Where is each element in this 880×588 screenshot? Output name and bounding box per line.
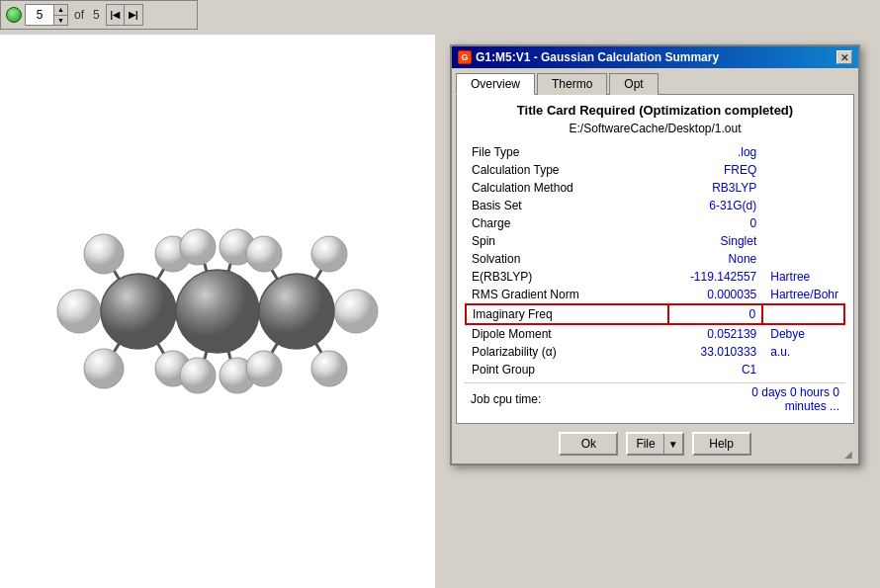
toolbar: 5 ▲ ▼ of 5 |◀ ▶| bbox=[0, 0, 198, 30]
dialog-titlebar: G G1:M5:V1 - Gaussian Calculation Summar… bbox=[452, 46, 858, 68]
table-row: Dipole Moment0.052139Debye bbox=[466, 324, 844, 343]
dialog-title: G1:M5:V1 - Gaussian Calculation Summary bbox=[476, 50, 719, 64]
tab-thermo[interactable]: Thermo bbox=[537, 73, 607, 95]
row-unit bbox=[762, 197, 844, 214]
row-unit: Hartree/Bohr bbox=[762, 286, 844, 304]
row-value: 0 bbox=[668, 214, 762, 232]
spinner-up-button[interactable]: ▲ bbox=[54, 5, 67, 16]
row-label: Polarizability (α) bbox=[466, 343, 668, 361]
row-value: 0.052139 bbox=[668, 324, 762, 343]
svg-point-28 bbox=[246, 351, 282, 386]
table-row: Calculation MethodRB3LYP bbox=[466, 179, 844, 197]
row-value: 0 bbox=[668, 304, 762, 324]
table-row: E(RB3LYP)-119.142557Hartree bbox=[466, 268, 844, 286]
row-value: RB3LYP bbox=[668, 179, 762, 197]
resize-handle[interactable]: ◢ bbox=[844, 450, 856, 462]
of-label: of bbox=[74, 8, 84, 22]
nav-first-button[interactable]: |◀ bbox=[107, 5, 125, 25]
row-label: Spin bbox=[466, 232, 668, 250]
tab-opt[interactable]: Opt bbox=[609, 73, 658, 95]
svg-point-18 bbox=[84, 349, 124, 388]
row-unit bbox=[762, 304, 844, 324]
row-unit: a.u. bbox=[762, 343, 844, 361]
svg-point-26 bbox=[246, 236, 282, 272]
gaussian-dialog: G G1:M5:V1 - Gaussian Calculation Summar… bbox=[450, 44, 860, 465]
close-button[interactable]: ✕ bbox=[836, 50, 852, 64]
spinner-arrows: ▲ ▼ bbox=[53, 5, 67, 25]
row-label: Dipole Moment bbox=[466, 324, 668, 343]
row-value: FREQ bbox=[668, 161, 762, 179]
row-value: C1 bbox=[668, 361, 762, 378]
help-button[interactable]: Help bbox=[692, 432, 751, 456]
dialog-footer: Ok File ▼ Help bbox=[452, 424, 858, 463]
table-row: Polarizability (α)33.010333a.u. bbox=[466, 343, 844, 361]
dialog-content: Title Card Required (Optimization comple… bbox=[456, 94, 854, 424]
frame-input[interactable]: 5 bbox=[26, 5, 53, 25]
row-label: E(RB3LYP) bbox=[466, 268, 668, 286]
row-value: 33.010333 bbox=[668, 343, 762, 361]
table-row: SolvationNone bbox=[466, 250, 844, 268]
svg-point-27 bbox=[311, 236, 347, 272]
tab-bar: Overview Thermo Opt bbox=[452, 68, 858, 94]
ok-button[interactable]: Ok bbox=[559, 432, 618, 456]
cpu-value: 0 days 0 hours 0 minutes ... bbox=[727, 383, 845, 416]
titlebar-left: G G1:M5:V1 - Gaussian Calculation Summar… bbox=[458, 50, 719, 64]
row-label: Basis Set bbox=[466, 197, 668, 214]
svg-point-23 bbox=[180, 358, 216, 393]
spinner-down-button[interactable]: ▼ bbox=[54, 16, 67, 26]
row-unit: Hartree bbox=[762, 268, 844, 286]
row-unit: Debye bbox=[762, 324, 844, 343]
row-unit bbox=[762, 143, 844, 161]
navigation-buttons: |◀ ▶| bbox=[106, 4, 143, 26]
dialog-app-icon: G bbox=[458, 50, 472, 64]
row-label: Solvation bbox=[466, 250, 668, 268]
row-label: Calculation Method bbox=[466, 179, 668, 197]
properties-table: File Type.logCalculation TypeFREQCalcula… bbox=[465, 143, 845, 378]
row-unit bbox=[762, 232, 844, 250]
table-row: Basis Set6-31G(d) bbox=[466, 197, 844, 214]
svg-point-25 bbox=[334, 290, 378, 333]
svg-point-21 bbox=[180, 229, 216, 265]
row-unit bbox=[762, 361, 844, 378]
molecule-svg bbox=[30, 143, 405, 479]
row-value: None bbox=[668, 250, 762, 268]
row-value: Singlet bbox=[668, 232, 762, 250]
row-label: Calculation Type bbox=[466, 161, 668, 179]
row-label: Point Group bbox=[466, 361, 668, 378]
table-row: RMS Gradient Norm0.000035Hartree/Bohr bbox=[466, 286, 844, 304]
svg-point-17 bbox=[84, 234, 124, 274]
frame-spinner[interactable]: 5 ▲ ▼ bbox=[25, 4, 68, 26]
nav-last-button[interactable]: ▶| bbox=[125, 5, 142, 25]
row-label: RMS Gradient Norm bbox=[466, 286, 668, 304]
file-button[interactable]: File bbox=[628, 434, 662, 454]
row-label: File Type bbox=[466, 143, 668, 161]
row-unit bbox=[762, 214, 844, 232]
row-label: Charge bbox=[466, 214, 668, 232]
status-indicator bbox=[6, 7, 22, 23]
svg-point-30 bbox=[101, 274, 176, 349]
row-unit bbox=[762, 161, 844, 179]
row-value: 0.000035 bbox=[668, 286, 762, 304]
tab-overview[interactable]: Overview bbox=[456, 73, 535, 95]
table-row: SpinSinglet bbox=[466, 232, 844, 250]
file-button-group: File ▼ bbox=[626, 432, 683, 456]
svg-point-31 bbox=[176, 270, 259, 353]
svg-point-16 bbox=[57, 290, 101, 333]
svg-point-29 bbox=[311, 351, 347, 386]
row-value: .log bbox=[668, 143, 762, 161]
content-subtitle: E:/SoftwareCache/Desktop/1.out bbox=[465, 122, 845, 135]
cpu-time-row: Job cpu time: 0 days 0 hours 0 minutes .… bbox=[465, 383, 845, 416]
table-row: Imaginary Freq0 bbox=[466, 304, 844, 324]
svg-point-32 bbox=[259, 274, 334, 349]
row-unit bbox=[762, 250, 844, 268]
table-row: File Type.log bbox=[466, 143, 844, 161]
content-title: Title Card Required (Optimization comple… bbox=[465, 103, 845, 118]
cpu-time-table: Job cpu time: 0 days 0 hours 0 minutes .… bbox=[465, 382, 845, 415]
row-label: Imaginary Freq bbox=[466, 304, 668, 324]
table-row: Point GroupC1 bbox=[466, 361, 844, 378]
file-dropdown-button[interactable]: ▼ bbox=[663, 434, 682, 454]
cpu-label: Job cpu time: bbox=[465, 383, 727, 416]
total-frames: 5 bbox=[93, 8, 100, 22]
table-row: Calculation TypeFREQ bbox=[466, 161, 844, 179]
molecule-viewer bbox=[0, 35, 435, 588]
